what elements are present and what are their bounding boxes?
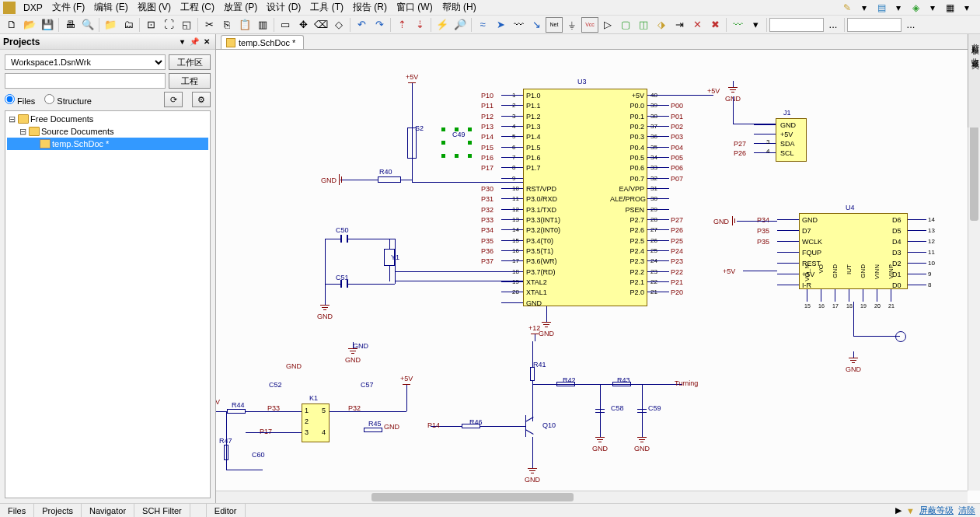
tree-schdoc[interactable]: temp.SchDoc *	[7, 138, 208, 150]
preview-icon[interactable]: 🔍	[79, 17, 96, 33]
status-arrow-icon[interactable]: ▶	[895, 505, 902, 515]
toolbar-grid-icon[interactable]: ▦	[943, 2, 957, 14]
menu-project[interactable]: 工程 (C)	[176, 1, 219, 14]
menu-place[interactable]: 放置 (P)	[219, 1, 262, 14]
net-p17-k1: P17	[260, 428, 272, 435]
line-dropdown-icon[interactable]: ▾	[747, 17, 764, 33]
designator-c60: C60	[252, 451, 265, 459]
menu-dxp[interactable]: DXP	[19, 2, 47, 13]
zoom-select-icon[interactable]: ◱	[178, 17, 195, 33]
place-signal-icon[interactable]: 〰	[510, 17, 527, 33]
browse-icon[interactable]: 🔎	[452, 17, 469, 33]
open-project-icon[interactable]: 📁	[102, 17, 119, 33]
toolbar-dropdown2-icon[interactable]: ▾	[891, 2, 905, 14]
horizontal-scrollbar[interactable]	[216, 491, 968, 503]
cut-icon[interactable]: ✂	[201, 17, 218, 33]
paste-icon[interactable]: 📋	[236, 17, 253, 33]
workspace-button[interactable]: 工作区	[169, 54, 211, 70]
filter-input[interactable]	[847, 18, 902, 32]
open-docs-icon[interactable]: 🗂	[120, 17, 137, 33]
tree-free-documents[interactable]: ⊟ Free Documents	[7, 113, 208, 125]
place-sheetentry-icon[interactable]: ◫	[635, 17, 652, 33]
bottom-editor-label: Editor	[206, 504, 246, 518]
options-icon[interactable]: ⚙	[192, 92, 211, 107]
line-style-icon[interactable]: 〰	[729, 17, 746, 33]
place-noerc2-icon[interactable]: ✖	[706, 17, 724, 33]
designator-c58: C58	[611, 404, 624, 412]
filter-go-icon[interactable]: ...	[902, 17, 919, 33]
place-power-vcc-icon[interactable]: Vcc	[581, 17, 598, 33]
tab-schdoc[interactable]: temp.SchDoc *	[221, 35, 304, 49]
panel-menu-icon[interactable]: ▾	[176, 37, 187, 47]
clear-filter-icon[interactable]: ◇	[330, 17, 347, 33]
place-part-icon[interactable]: ▷	[599, 17, 616, 33]
designator-q10: Q10	[542, 421, 556, 429]
redo-icon[interactable]: ↷	[371, 17, 388, 33]
place-bus-icon[interactable]: ➤	[492, 17, 509, 33]
print-icon[interactable]: 🖶	[61, 17, 78, 33]
structure-radio[interactable]: Structure	[44, 94, 92, 106]
open-icon[interactable]: 📂	[21, 17, 38, 33]
selection-handle	[441, 154, 445, 158]
tree-source-documents[interactable]: ⊟ Source Documents	[7, 125, 208, 138]
files-radio[interactable]: Files	[5, 94, 35, 106]
place-busentry-icon[interactable]: ↘	[528, 17, 545, 33]
menu-window[interactable]: 窗口 (W)	[392, 1, 438, 14]
save-icon[interactable]: 💾	[39, 17, 56, 33]
status-clear[interactable]: 清除	[958, 505, 975, 516]
menu-file[interactable]: 文件 (F)	[47, 1, 90, 14]
place-sheet-icon[interactable]: ▢	[617, 17, 634, 33]
bottom-tab-navigator[interactable]: Navigator	[82, 504, 134, 518]
menu-tools[interactable]: 工具 (T)	[305, 1, 348, 14]
zoom-fit-icon[interactable]: ⛶	[160, 17, 177, 33]
refresh-icon[interactable]: ⟳	[164, 92, 183, 107]
workspace-select[interactable]: Workspace1.DsnWrk	[5, 54, 166, 70]
bottom-tab-projects[interactable]: Projects	[34, 504, 82, 518]
menu-help[interactable]: 帮助 (H)	[438, 1, 481, 14]
place-netlabel-icon[interactable]: Net	[546, 17, 563, 33]
menu-view[interactable]: 视图 (V)	[133, 1, 176, 14]
gnd-c59: GND	[634, 445, 650, 452]
clipboard-favorites-tab[interactable]: 剪贴板 收藏夹	[968, 34, 980, 128]
hierarchy-down-icon[interactable]: ⇣	[411, 17, 428, 33]
toolbar-dropdown1-icon[interactable]: ▾	[857, 2, 871, 14]
toolbar-dropdown4-icon[interactable]: ▾	[960, 2, 974, 14]
place-wire-icon[interactable]: ≈	[474, 17, 491, 33]
power-5v-top: +5V	[406, 73, 418, 81]
pwr-12v: +12	[528, 324, 540, 332]
status-mask-level[interactable]: 屏蔽等级	[919, 505, 954, 516]
undo-icon[interactable]: ↶	[353, 17, 370, 33]
panel-close-icon[interactable]: ✕	[201, 37, 212, 47]
place-noerc-icon[interactable]: ✕	[689, 17, 706, 33]
menu-design[interactable]: 设计 (D)	[262, 1, 305, 14]
toolbar-layers-icon[interactable]: ▤	[874, 2, 888, 14]
move-icon[interactable]: ✥	[295, 17, 312, 33]
toolbar-target-icon[interactable]: ◈	[909, 2, 922, 14]
menu-edit[interactable]: 编辑 (E)	[89, 1, 132, 14]
projects-tree[interactable]: ⊟ Free Documents ⊟ Source Documents temp…	[5, 110, 211, 498]
project-button[interactable]: 工程	[169, 73, 211, 89]
place-port2-icon[interactable]: ⇥	[671, 17, 688, 33]
menu-report[interactable]: 报告 (R)	[348, 1, 392, 14]
project-input[interactable]	[5, 73, 166, 89]
place-port-icon[interactable]: ⬗	[653, 17, 670, 33]
search-input[interactable]	[769, 18, 824, 32]
hierarchy-up-icon[interactable]: ⇡	[393, 17, 410, 33]
copy-icon[interactable]: ⎘	[218, 17, 235, 33]
deselect-icon[interactable]: ⌫	[312, 17, 330, 33]
bottom-tab-schfilter[interactable]: SCH Filter	[134, 504, 190, 518]
new-doc-icon[interactable]: 🗋	[3, 17, 20, 33]
select-rect-icon[interactable]: ▭	[277, 17, 294, 33]
zoom-area-icon[interactable]: ⊡	[142, 17, 159, 33]
schematic-canvas[interactable]: +5VS2C49R40GNDC50Y1C51GNDU3P1.01P10P1.12…	[216, 50, 980, 503]
toolbar-dropdown3-icon[interactable]: ▾	[926, 2, 940, 14]
place-power-gnd-icon[interactable]: ⏚	[563, 17, 581, 33]
cross-probe-icon[interactable]: ⚡	[434, 17, 451, 33]
search-go-icon[interactable]: ...	[825, 17, 842, 33]
bottom-tabs: Files Projects Navigator SCH Filter Edit…	[0, 503, 980, 517]
panel-pin-icon[interactable]: 📌	[189, 37, 200, 47]
bottom-tab-files[interactable]: Files	[0, 504, 34, 518]
status-filter-icon[interactable]: ▼	[906, 506, 915, 515]
paste-array-icon[interactable]: ▥	[254, 17, 271, 33]
toolbar-edit-icon[interactable]: ✎	[840, 2, 854, 14]
